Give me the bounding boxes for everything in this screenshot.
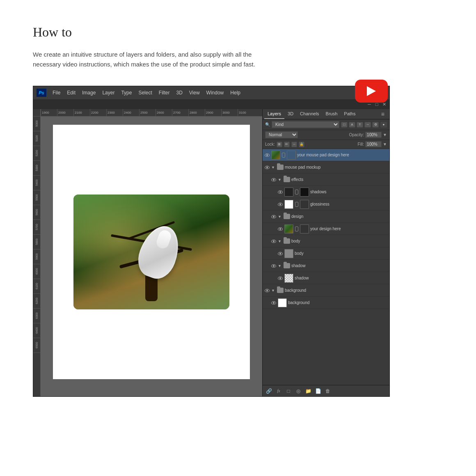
arrow-body[interactable]: ▼ bbox=[278, 239, 281, 243]
menu-view[interactable]: View bbox=[186, 89, 203, 96]
chain-icon-glossiness bbox=[295, 202, 298, 207]
lock-transparency-icon[interactable]: ⊞ bbox=[277, 142, 282, 147]
opacity-input[interactable] bbox=[365, 132, 382, 138]
eye-shadow[interactable] bbox=[277, 275, 283, 281]
lock-all-icon[interactable]: 🔒 bbox=[299, 142, 304, 147]
menu-window[interactable]: Window bbox=[204, 89, 227, 96]
tab-3d[interactable]: 3D bbox=[284, 109, 297, 119]
layer-shadows[interactable]: shadows bbox=[263, 186, 389, 198]
fill-input[interactable] bbox=[365, 141, 382, 147]
tab-layers[interactable]: Layers bbox=[264, 109, 284, 119]
layer-glossiness[interactable]: glossiness bbox=[263, 198, 389, 211]
eye-glossiness[interactable] bbox=[277, 201, 283, 207]
layer-shadow[interactable]: shadow bbox=[263, 272, 389, 284]
layer-background-folder[interactable]: ▼ background bbox=[263, 284, 389, 297]
layer-background[interactable]: background bbox=[263, 297, 389, 309]
folder-shadow bbox=[284, 263, 290, 268]
ruler-v-6100: 6100 bbox=[33, 279, 40, 294]
ps-layers-list[interactable]: your mouse pad design here ▼ mouse pad m… bbox=[263, 149, 389, 385]
filter-select[interactable]: Kind bbox=[272, 121, 339, 128]
add-mask-button[interactable]: □ bbox=[285, 387, 292, 395]
photoshop-window: Ps File Edit Image Layer Type Select Fil… bbox=[33, 86, 390, 397]
new-group-button[interactable]: 📁 bbox=[304, 387, 312, 395]
thumb-body bbox=[284, 249, 293, 258]
ruler-num-2000: 2000 bbox=[57, 109, 73, 117]
layer-effects[interactable]: ▼ effects bbox=[263, 174, 389, 186]
eye-top[interactable] bbox=[264, 152, 270, 158]
filter-toggle[interactable]: ● bbox=[380, 122, 387, 128]
filter-smartobj-icon[interactable]: ⚙ bbox=[372, 122, 379, 128]
lock-pixels-icon[interactable]: ✏ bbox=[284, 142, 290, 147]
new-layer-button[interactable]: 📄 bbox=[314, 387, 322, 395]
youtube-play-button[interactable] bbox=[355, 80, 388, 103]
filter-shape-icon[interactable]: ↔ bbox=[364, 122, 371, 128]
menu-type[interactable]: Type bbox=[118, 89, 135, 96]
ruler-numbers: 1900 2000 2100 2200 2300 2400 2500 2600 … bbox=[41, 109, 254, 117]
eye-body[interactable] bbox=[277, 251, 283, 256]
layer-top[interactable]: your mouse pad design here bbox=[263, 149, 389, 161]
layer-effects-button[interactable]: fx bbox=[275, 387, 282, 395]
layer-mouse-pad-mockup[interactable]: ▼ mouse pad mockup bbox=[263, 161, 389, 174]
menu-help[interactable]: Help bbox=[227, 89, 243, 96]
eye-icon-design-folder bbox=[271, 215, 276, 218]
panel-menu-button[interactable]: ≡ bbox=[378, 109, 388, 119]
arrow-bg[interactable]: ▼ bbox=[271, 288, 275, 293]
eye-shadows[interactable] bbox=[277, 189, 283, 195]
ruler-num-2400: 2400 bbox=[123, 109, 139, 117]
ruler-v-6500: 6500 bbox=[33, 338, 40, 353]
arrow-design[interactable]: ▼ bbox=[278, 215, 281, 219]
layer-your-design[interactable]: your design here bbox=[263, 223, 389, 235]
layer-shadow-folder[interactable]: ▼ shadow bbox=[263, 260, 389, 272]
label-design-folder: design bbox=[291, 214, 388, 219]
menu-select[interactable]: Select bbox=[135, 89, 155, 96]
tab-brush[interactable]: Brush bbox=[323, 109, 341, 119]
layer-body[interactable]: body bbox=[263, 247, 389, 260]
thumb-glossiness bbox=[284, 200, 293, 209]
layer-body-folder[interactable]: ▼ body bbox=[263, 235, 389, 247]
eye-your-design[interactable] bbox=[277, 226, 283, 232]
menu-layer[interactable]: Layer bbox=[99, 89, 117, 96]
menu-3d[interactable]: 3D bbox=[173, 89, 185, 96]
opacity-arrow[interactable]: ▼ bbox=[383, 133, 387, 137]
layer-design-folder[interactable]: ▼ design bbox=[263, 211, 389, 223]
filter-text-icon[interactable]: T bbox=[357, 122, 363, 128]
menu-filter[interactable]: Filter bbox=[156, 89, 173, 96]
menu-file[interactable]: File bbox=[50, 89, 63, 96]
label-bg-folder: background bbox=[285, 288, 388, 293]
lock-label: Lock: bbox=[265, 142, 275, 146]
folder-mockup bbox=[277, 165, 284, 170]
mask-shadows bbox=[300, 188, 309, 197]
adjustment-button[interactable]: ◎ bbox=[295, 387, 302, 395]
eye-mockup[interactable] bbox=[264, 165, 270, 170]
eye-icon-effects bbox=[271, 178, 276, 181]
eye-bg[interactable] bbox=[271, 300, 277, 306]
arrow-mockup[interactable]: ▼ bbox=[271, 165, 275, 169]
ruler-num-2200: 2200 bbox=[90, 109, 106, 117]
chain-shadows bbox=[295, 189, 299, 195]
label-your-design: your design here bbox=[310, 227, 388, 231]
ps-logo: Ps bbox=[37, 89, 46, 97]
ps-canvas-body: 5000 5100 5200 5300 5400 5500 5600 5700 … bbox=[33, 117, 262, 396]
fill-arrow[interactable]: ▼ bbox=[383, 142, 387, 146]
eye-icon-body-folder bbox=[271, 240, 276, 243]
label-shadow-folder: shadow bbox=[291, 263, 388, 268]
menu-image[interactable]: Image bbox=[79, 89, 98, 96]
mask-your-design bbox=[300, 224, 309, 233]
tab-paths[interactable]: Paths bbox=[341, 109, 359, 119]
lock-position-icon[interactable]: ↔ bbox=[291, 142, 297, 147]
eye-shadow-folder[interactable] bbox=[271, 263, 277, 269]
link-layers-button[interactable]: 🔗 bbox=[265, 387, 272, 395]
arrow-shadow[interactable]: ▼ bbox=[278, 264, 281, 268]
tab-channels[interactable]: Channels bbox=[297, 109, 322, 119]
delete-layer-button[interactable]: 🗑 bbox=[324, 387, 332, 395]
eye-bg-folder[interactable] bbox=[264, 288, 270, 293]
eye-body-folder[interactable] bbox=[271, 238, 277, 244]
menu-edit[interactable]: Edit bbox=[64, 89, 78, 96]
blend-mode-select[interactable]: Normal bbox=[265, 131, 298, 138]
filter-adjustment-icon[interactable]: A bbox=[349, 122, 355, 128]
filter-pixel-icon[interactable]: □ bbox=[341, 122, 348, 128]
ps-blend-bar: Normal Opacity: ▼ bbox=[263, 130, 389, 140]
eye-effects[interactable] bbox=[271, 177, 277, 183]
eye-design-folder[interactable] bbox=[271, 214, 277, 220]
arrow-effects[interactable]: ▼ bbox=[278, 178, 281, 182]
